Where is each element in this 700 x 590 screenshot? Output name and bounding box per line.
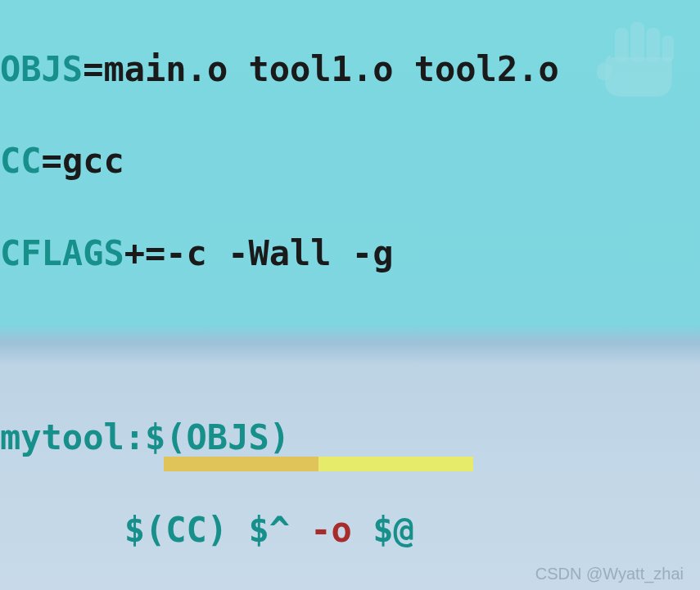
makefile-code: OBJS=main.o tool1.o tool2.o CC=gcc CFLAG…	[0, 0, 700, 590]
eq-2: =	[42, 141, 62, 181]
code-line-3: CFLAGS+=-c -Wall -g	[0, 231, 700, 277]
var-cflags: CFLAGS	[0, 233, 124, 273]
val-cflags: -c -Wall -g	[165, 233, 393, 273]
code-line-1: OBJS=main.o tool1.o tool2.o	[0, 47, 700, 92]
bar-segment-orange	[164, 457, 318, 471]
cc-cmd-1: $(CC) $^	[124, 510, 311, 550]
code-line-5: mytool:$(OBJS)	[0, 415, 700, 461]
var-cc: CC	[0, 141, 42, 181]
val-objs: main.o tool1.o tool2.o	[103, 49, 558, 89]
flag-o-1: -o	[310, 510, 352, 550]
rule-mytool: mytool:$(OBJS)	[0, 417, 290, 457]
eq-3: +=	[124, 233, 166, 273]
bar-segment-yellow	[318, 457, 473, 471]
csdn-text-watermark: CSDN @Wyatt_zhai	[535, 563, 684, 585]
color-bar-decoration	[164, 457, 473, 471]
val-cc: gcc	[62, 141, 124, 181]
code-line-6: $(CC) $^ -o $@	[0, 507, 700, 553]
out-1: $@	[352, 510, 414, 550]
eq-1: =	[83, 49, 103, 89]
code-line-2: CC=gcc	[0, 138, 700, 184]
code-line-4	[0, 323, 700, 369]
var-objs: OBJS	[0, 49, 83, 89]
indent-6	[0, 510, 124, 550]
